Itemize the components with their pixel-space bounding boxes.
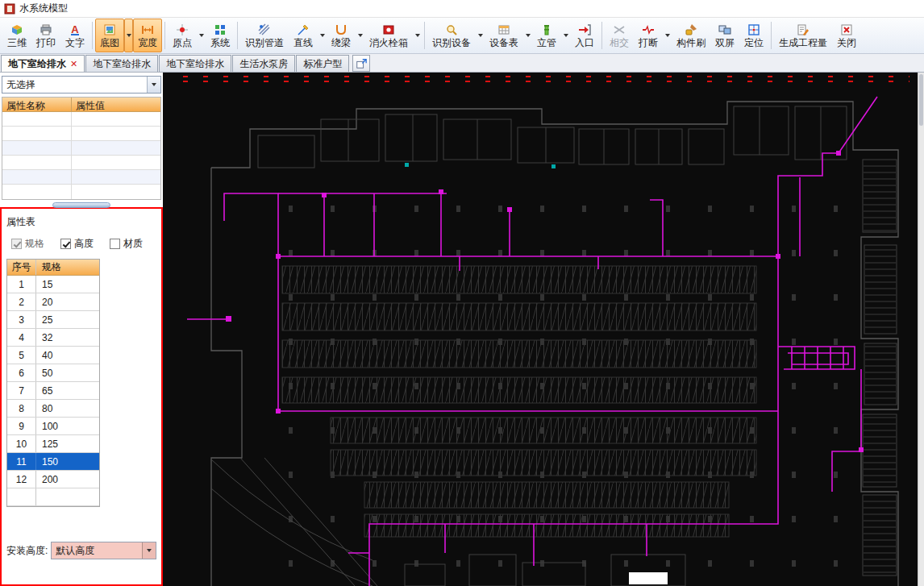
device-table-dropdown-arrow[interactable] [523,19,532,52]
checkbox-material-box[interactable] [110,239,120,249]
text-button[interactable]: A 文字 [60,19,89,52]
print-button[interactable]: 打印 [31,19,60,52]
identify-device-button[interactable]: 识别设备 [427,19,476,52]
intersect-button: 相交 [605,19,634,52]
identify-device-dropdown-arrow[interactable] [476,19,485,52]
toolbar-separator [237,22,238,49]
chevron-down-icon [127,34,131,37]
title-bar: 水系统模型 [0,0,924,18]
generate-quantity-button[interactable]: 生成工程量 [774,19,832,52]
riser-button[interactable]: 立管 [532,19,561,52]
toolbar-separator [771,22,772,49]
checkbox-spec-box[interactable] [11,239,22,249]
canvas-scrollbar[interactable] [918,73,924,586]
property-grid-row[interactable] [2,185,160,199]
tab-close-icon[interactable]: ✕ [70,59,77,69]
selection-combobox[interactable]: 无选择 [2,76,161,94]
chevron-down-icon [320,34,325,37]
spec-row[interactable]: 540 [7,347,99,364]
spec-row[interactable]: 650 [7,364,99,382]
right-room-shelves [864,160,896,575]
chevron-down-icon [147,549,152,552]
chevron-down-icon [478,34,483,37]
toolbar-separator [601,22,602,49]
install-height-label: 安装高度: [6,544,48,558]
dual-screen-button[interactable]: 双屏 [710,19,739,52]
chevron-down-icon [665,34,670,37]
tab-standard-unit[interactable]: 标准户型 [296,55,349,72]
cad-canvas[interactable] [163,73,924,586]
around-beam-button[interactable]: 绕梁 [327,19,356,52]
toolbar-separator [164,22,165,49]
main-toolbar: 三维 打印 A 文字 底图 宽度 原点 [0,18,924,54]
new-view-button[interactable] [352,55,370,72]
device-table-button[interactable]: 设备表 [485,19,523,52]
break-button[interactable]: 打断 [634,19,663,52]
origin-dropdown-arrow[interactable] [197,19,206,52]
spec-row[interactable]: 115 [7,276,99,293]
line-dropdown-arrow[interactable] [318,19,327,52]
left-panel: 无选择 属性名称 属性值 属性表 规格 [0,73,163,586]
spec-row[interactable]: 432 [7,329,99,347]
property-grid-row[interactable] [2,141,160,156]
magnifier-icon [445,23,458,36]
3d-button[interactable]: 三维 [2,19,31,52]
locate-button[interactable]: 定位 [739,19,768,52]
spec-table-header: 序号 规格 [7,260,99,276]
riser-dropdown-arrow[interactable] [561,19,570,52]
checkbox-height[interactable]: 高度 [60,237,94,251]
spec-row[interactable]: 9100 [7,418,99,435]
spec-row[interactable]: 12200 [7,471,99,488]
checkbox-spec[interactable]: 规格 [11,237,44,251]
basemap-dropdown-arrow[interactable] [124,19,133,52]
cad-drawing[interactable] [163,73,918,586]
splitter-handle-icon[interactable] [52,202,110,208]
text-icon: A [69,23,81,36]
property-grid-row[interactable] [2,127,160,141]
spec-row[interactable]: 10125 [7,435,99,453]
around-beam-dropdown-arrow[interactable] [356,19,364,52]
chevron-down-icon [564,34,568,37]
component-brush-button[interactable]: 构件刷 [672,19,710,52]
close-button[interactable]: 关闭 [832,19,861,52]
property-grid-row[interactable] [2,112,160,127]
toolbar-separator [424,22,425,49]
property-grid-row[interactable] [2,170,160,185]
spec-row[interactable]: 325 [7,311,99,329]
spec-row[interactable]: 765 [7,382,99,400]
table-icon [497,23,510,36]
toolbar-group-edit: 相交 打断 构件刷 双屏 定位 [605,19,768,52]
panel-splitter[interactable] [0,200,163,210]
tab-basement-drainage-1[interactable]: 地下室给排水 ✕ [1,55,85,72]
origin-button[interactable]: 原点 [168,19,197,52]
hydrant-box-button[interactable]: 消火栓箱 [364,19,413,52]
spec-row-selected[interactable]: 11150 [7,453,99,471]
checkbox-material[interactable]: 材质 [110,237,143,251]
selection-value: 无选择 [2,78,147,92]
u-beam-icon [335,23,348,36]
tab-basement-drainage-2[interactable]: 地下室给排水 [85,55,158,72]
break-dropdown-arrow[interactable] [663,19,672,52]
spec-row[interactable]: 880 [7,400,99,418]
command-box[interactable] [629,572,668,584]
tab-pump-room[interactable]: 生活水泵房 [232,55,295,72]
basemap-icon [103,23,116,36]
selection-dropdown-arrow[interactable] [147,77,160,93]
hydrant-box-dropdown-arrow[interactable] [413,19,422,52]
entrance-button[interactable]: 入口 [570,19,599,52]
scrollbar-thumb[interactable] [919,74,923,126]
install-height-select[interactable]: 默认高度 [51,542,156,559]
dual-screen-icon [718,23,731,36]
spec-row-empty[interactable] [7,488,99,506]
property-grid-row[interactable] [2,156,160,170]
spec-row[interactable]: 220 [7,293,99,311]
identify-pipes-button[interactable]: 识别管道 [240,19,289,52]
width-button[interactable]: 宽度 [133,19,162,52]
basemap-button[interactable]: 底图 [95,19,124,52]
install-height-dropdown-arrow[interactable] [142,542,156,559]
toolbar-group-basemap: 底图 宽度 [95,19,162,52]
system-button[interactable]: 系统 [206,19,235,52]
line-button[interactable]: 直线 [289,19,318,52]
tab-basement-drainage-3[interactable]: 地下室给排水 [159,55,231,72]
checkbox-height-box[interactable] [60,239,71,249]
